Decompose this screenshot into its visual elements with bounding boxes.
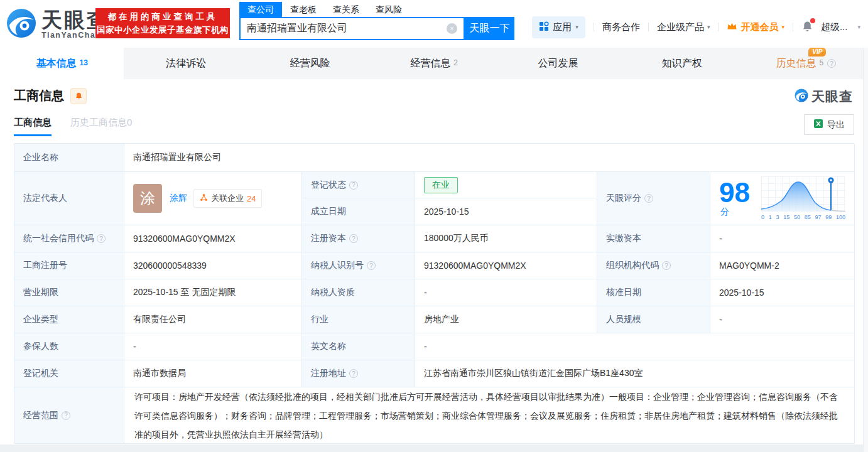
related-count: 24 — [247, 194, 256, 203]
divider — [648, 23, 649, 31]
approval-date-label: 核准日期 — [597, 279, 710, 306]
org-code-value: MAG0YQMM-2 — [710, 252, 855, 279]
search-button[interactable]: 天眼一下 — [465, 17, 514, 40]
crown-icon — [727, 21, 737, 33]
company-type-value: 有限责任公司 — [124, 306, 302, 333]
tab-intellectual-property[interactable]: 知识产权 — [620, 48, 744, 79]
taxpayer-qualification-label: 纳税人资质 — [302, 279, 415, 306]
tab-legal-litigation[interactable]: 法律诉讼 — [124, 48, 247, 79]
main-tabbar: 基本信息 13 法律诉讼 经营风险 经营信息 2 公司发展 知识产权 VIP 历… — [0, 48, 868, 79]
staff-size-label: 人员规模 — [597, 306, 710, 333]
subtabs: 工商信息 历史工商信息0 — [14, 117, 132, 136]
help-icon[interactable]: ? — [349, 234, 358, 243]
tianyancha-logo-icon — [6, 8, 36, 41]
divider — [718, 23, 719, 31]
tab-operating-risk[interactable]: 经营风险 — [248, 48, 372, 79]
legal-rep-value: 涂 涂辉 关联企业 24 — [124, 172, 302, 225]
tab-basic-info[interactable]: 基本信息 13 — [0, 48, 124, 79]
tab-history-info[interactable]: VIP 历史信息 5 ? — [744, 48, 868, 79]
help-icon[interactable]: ? — [97, 234, 106, 243]
search-tab-relation[interactable]: 查关系 — [325, 2, 367, 18]
search-tab-company[interactable]: 查公司 — [239, 2, 282, 18]
english-name-label: 英文名称 — [302, 333, 415, 360]
scrollbar-track[interactable] — [863, 48, 868, 452]
apps-label: 应用 — [553, 21, 572, 33]
notification-dot — [810, 18, 815, 23]
clear-search-icon[interactable]: × — [447, 23, 457, 34]
watermark-text: 天眼查 — [811, 88, 853, 105]
tab-label: 知识产权 — [662, 57, 702, 70]
watermark-logo: 天眼查 — [795, 88, 853, 105]
help-icon[interactable]: ? — [349, 181, 358, 190]
status-badge: 在业 — [424, 177, 458, 193]
divider — [793, 23, 793, 31]
subscribe-bell-icon[interactable] — [70, 88, 87, 104]
business-info-table: 企业名称 南通招瑞置业有限公司 法定代表人 涂 涂辉 — [14, 143, 854, 444]
excel-icon — [813, 119, 823, 131]
industry-value: 房地产业 — [415, 306, 597, 333]
divider — [594, 23, 594, 31]
insured-count-value: - — [124, 333, 302, 360]
subtab-business-info[interactable]: 工商信息 — [14, 117, 52, 136]
taxpayer-id-value: 91320600MAG0YQMM2X — [415, 252, 597, 279]
company-name-label: 企业名称 — [14, 144, 124, 172]
taxpayer-qualification-value: - — [415, 279, 597, 306]
score-distribution-chart: 0131550859799100 — [761, 176, 845, 220]
apps-menu-button[interactable]: 应用 ▾ — [532, 16, 585, 38]
tab-count: 2 — [453, 58, 458, 67]
reg-status-value: 在业 — [415, 172, 597, 198]
help-icon[interactable]: ? — [662, 261, 671, 270]
business-term-label: 营业期限 — [14, 279, 124, 306]
reg-address-label: 注册地址? — [302, 360, 415, 387]
reg-address-value: 江苏省南通市崇川区狼山镇街道汇金国际广场B1座430室 — [415, 360, 855, 387]
business-scope-label: 经营范围? — [14, 387, 124, 444]
subtab-history-business-info[interactable]: 历史工商信息0 — [70, 117, 132, 136]
nav-business-cooperation[interactable]: 商务合作 — [602, 21, 640, 33]
org-code-label: 组织机构代码? — [597, 252, 710, 279]
tab-count: 5 — [819, 58, 823, 67]
search-tab-risk[interactable]: 查风险 — [367, 2, 410, 18]
reg-capital-value: 180000万人民币 — [415, 225, 597, 252]
reg-authority-value: 南通市数据局 — [124, 360, 302, 387]
notification-bell-icon[interactable] — [801, 20, 813, 35]
chevron-down-icon[interactable]: ▾ — [857, 24, 860, 30]
legal-rep-name-link[interactable]: 涂辉 — [170, 193, 187, 204]
nav-open-vip[interactable]: 开通会员 ▾ — [727, 21, 784, 33]
tab-label: 公司发展 — [538, 57, 578, 70]
reg-capital-label: 注册资本? — [302, 225, 415, 252]
help-icon[interactable]: ? — [349, 369, 358, 378]
export-label: 导出 — [827, 119, 845, 131]
tab-label: 基本信息 — [36, 57, 77, 70]
site-header: 天眼查 TianYanCha.com 都在用的商业查询工具 国家中小企业发展子基… — [0, 0, 868, 48]
legal-rep-avatar[interactable]: 涂 — [133, 184, 162, 213]
uscc-value: 91320600MAG0YQMM2X — [124, 225, 302, 252]
tab-operating-info[interactable]: 经营信息 2 — [372, 48, 496, 79]
account-menu[interactable]: 超级... — [821, 21, 848, 33]
export-button[interactable]: 导出 — [804, 114, 854, 135]
score-value: 98分 — [710, 172, 855, 225]
score-label: 天眼评分? — [597, 172, 710, 225]
chevron-down-icon: ▾ — [781, 24, 784, 30]
help-icon[interactable]: ? — [644, 194, 653, 203]
reg-authority-label: 登记机关 — [14, 360, 124, 387]
paid-capital-label: 实缴资本 — [597, 225, 710, 252]
company-name-value: 南通招瑞置业有限公司 — [124, 144, 855, 172]
chevron-down-icon: ▾ — [707, 24, 710, 30]
help-icon[interactable]: ? — [827, 59, 836, 68]
score-unit: 分 — [720, 207, 729, 217]
help-icon[interactable]: ? — [367, 261, 376, 270]
nav-enterprise-products[interactable]: 企业级产品 ▾ — [657, 21, 710, 33]
tab-label: 经营风险 — [290, 57, 330, 70]
related-label: 关联企业 — [211, 193, 244, 204]
account-name: 超级... — [821, 21, 848, 33]
header-nav: 应用 ▾ 商务合作 企业级产品 ▾ 开通会员 ▾ — [532, 15, 860, 39]
related-companies-badge[interactable]: 关联企业 24 — [193, 189, 262, 208]
tab-company-development[interactable]: 公司发展 — [496, 48, 620, 79]
search-input[interactable] — [247, 23, 447, 35]
tab-label: 法律诉讼 — [166, 57, 206, 70]
tab-label: 历史信息 — [776, 58, 816, 68]
search-tabs: 查公司 查老板 查关系 查风险 — [239, 2, 410, 18]
search-tab-boss[interactable]: 查老板 — [282, 2, 325, 18]
uscc-label: 统一社会信用代码? — [14, 225, 124, 252]
help-icon[interactable]: ? — [62, 411, 70, 420]
